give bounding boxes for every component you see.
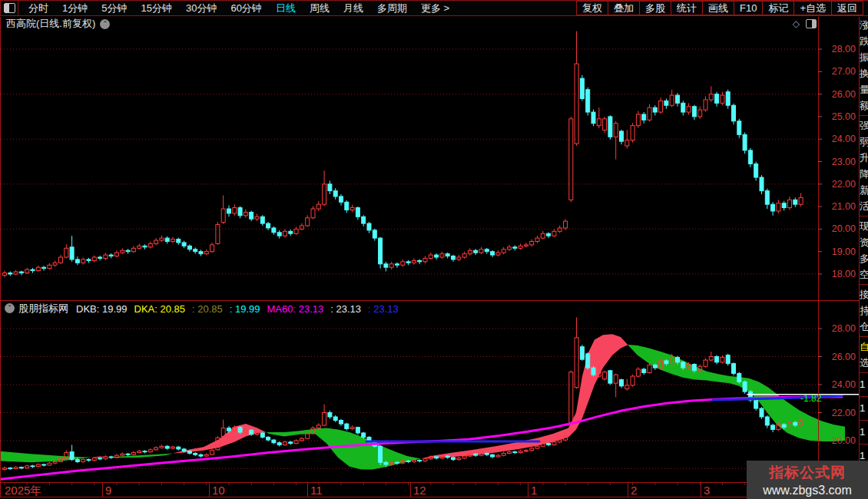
sidebar-page-number[interactable]: 1 [860, 398, 868, 418]
main-axis-label: 20.00 [820, 223, 856, 234]
watermark-url: www.zbgs3.com [763, 484, 852, 497]
right-sidebar-clipped[interactable]: 涨跌振换量额强弱升降新活现资多空接持仓自选111111 [860, 17, 868, 499]
toolbar-button-7[interactable]: +自选 [793, 1, 832, 15]
indicator-value-3: : 19.99 [230, 303, 260, 315]
main-axis-label: 25.00 [820, 111, 856, 122]
page-layout-cell[interactable] [0, 1, 18, 15]
layout-icon [4, 3, 15, 13]
sidebar-item[interactable]: 降 [860, 166, 868, 182]
period-tab-5[interactable]: 60分钟 [224, 2, 268, 15]
period-tab-10[interactable]: 更多 > [414, 2, 456, 15]
sidebar-item[interactable]: 跌 [860, 33, 868, 49]
sidebar-divider [860, 444, 868, 444]
sidebar-item[interactable]: 选 [860, 355, 868, 371]
date-axis-label: 10 [212, 484, 225, 497]
sidebar-item[interactable]: 振 [860, 49, 868, 65]
pane-axis-label: 28.00 [820, 323, 856, 334]
period-tab-1[interactable]: 1分钟 [55, 2, 94, 15]
period-tab-0[interactable]: 分时 [22, 2, 55, 15]
topbar: 分时1分钟5分钟15分钟30分钟60分钟日线周线月线多周期更多 > 复权叠加多股… [0, 0, 868, 16]
sidebar-item[interactable]: 活 [860, 198, 868, 214]
indicator-name: 股朋指标网 [18, 302, 68, 316]
indicator-value-0: DKB: 19.99 [76, 303, 128, 315]
toolbar-button-3[interactable]: 统计 [671, 1, 703, 15]
main-axis-label: 18.00 [820, 269, 856, 279]
sidebar-divider [860, 420, 868, 421]
indicator-values: DKB: 19.99DKA: 20.85: 20.85: 19.99MA60: … [76, 302, 406, 316]
watermark-title: 指标公式网 [769, 463, 846, 483]
main-axis-label: 19.00 [820, 246, 856, 257]
toolbar-button-2[interactable]: 多股 [639, 1, 671, 15]
indicator-value-5: : 23.13 [330, 303, 361, 315]
period-tab-7[interactable]: 周线 [303, 2, 336, 15]
sidebar-divider [860, 216, 868, 216]
main-axis-label: 22.00 [820, 179, 856, 190]
chevron-down-icon[interactable]: ˇ [5, 303, 15, 313]
title-row: 西高院(日线.前复权) ˇ ◇ [0, 17, 859, 31]
main-axis-label: 27.00 [820, 66, 856, 77]
split-panel-icon[interactable] [806, 19, 817, 28]
main-axis-label: 23.00 [820, 157, 856, 167]
sidebar-divider [860, 284, 868, 285]
sidebar-item[interactable]: 接 [860, 286, 868, 302]
toolbar-button-0[interactable]: 复权 [576, 1, 608, 15]
pane-axis-label: 20.00 [820, 435, 856, 446]
period-tab-4[interactable]: 30分钟 [179, 2, 224, 15]
toolbar-button-1[interactable]: 叠加 [608, 1, 640, 15]
date-axis-label: 11 [310, 484, 323, 497]
period-tab-3[interactable]: 15分钟 [134, 2, 178, 15]
sidebar-item[interactable]: 量 [860, 81, 868, 97]
trading-terminal: 分时1分钟5分钟15分钟30分钟60分钟日线周线月线多周期更多 > 复权叠加多股… [0, 0, 868, 499]
main-axis-label: 28.00 [820, 44, 856, 55]
sidebar-divider [860, 336, 868, 337]
main-axis-label: 26.00 [820, 89, 856, 100]
chart-title: 西高院(日线.前复权) [6, 17, 95, 31]
date-axis-label: 1 [531, 484, 537, 497]
sidebar-item[interactable]: 空 [860, 266, 868, 283]
toolbar-buttons: 复权叠加多股统计画线F10标记+自选返回 [577, 1, 868, 15]
pane-axis-label: 26.00 [820, 352, 856, 362]
date-axis-label: 2 [631, 484, 637, 497]
chevron-down-icon[interactable]: ˇ [100, 19, 110, 29]
date-axis-label: 2025年 [5, 484, 41, 498]
period-tab-2[interactable]: 5分钟 [94, 2, 134, 15]
date-axis-label: 9 [105, 484, 111, 497]
sidebar-page-number[interactable]: 1 [860, 375, 868, 395]
sidebar-divider [860, 115, 868, 116]
date-axis-label: 3 [704, 484, 710, 497]
main-axis-label: 21.00 [820, 201, 856, 212]
sidebar-item[interactable]: 涨 [860, 17, 868, 33]
sidebar-item[interactable]: 仓 [860, 319, 868, 335]
watermark: 指标公式网 www.zbgs3.com [747, 461, 868, 499]
sidebar-item[interactable]: 资 [860, 234, 868, 250]
pane-axis-label: 24.00 [820, 379, 856, 390]
sidebar-item[interactable]: 强 [860, 117, 868, 134]
indicator-value-2: : 20.85 [192, 303, 223, 315]
indicator-header: ˇ 股朋指标网 DKB: 19.99DKA: 20.85: 20.85: 19.… [0, 302, 814, 315]
sidebar-item[interactable]: 额 [860, 97, 868, 114]
period-tab-8[interactable]: 月线 [336, 2, 370, 15]
sidebar-item[interactable]: 持 [860, 302, 868, 319]
sidebar-item[interactable]: 自 [860, 339, 868, 355]
indicator-value-label: -1.82 [800, 393, 821, 404]
period-tab-6[interactable]: 日线 [269, 2, 303, 15]
sidebar-item[interactable]: 现 [860, 218, 868, 234]
toolbar-button-8[interactable]: 返回 [831, 1, 863, 15]
sidebar-item[interactable]: 弱 [860, 134, 868, 150]
toolbar-button-6[interactable]: 标记 [762, 1, 794, 15]
toolbar-button-5[interactable]: F10 [734, 1, 763, 15]
sidebar-item[interactable]: 新 [860, 182, 868, 198]
pane-axis-label: 22.00 [820, 408, 856, 418]
toolbar-button-4[interactable]: 画线 [702, 1, 734, 15]
period-tab-9[interactable]: 多周期 [370, 2, 414, 15]
chart-canvas[interactable] [0, 0, 868, 499]
sidebar-item[interactable]: 升 [860, 150, 868, 166]
indicator-value-4: MA60: 23.13 [267, 303, 324, 315]
indicator-value-1: DKA: 20.85 [134, 303, 186, 315]
indicator-value-6: : 23.13 [368, 303, 399, 315]
sidebar-page-number[interactable]: 1 [860, 422, 868, 442]
period-tabs: 分时1分钟5分钟15分钟30分钟60分钟日线周线月线多周期更多 > [18, 1, 456, 15]
diamond-icon[interactable]: ◇ [793, 18, 800, 29]
sidebar-item[interactable]: 多 [860, 250, 868, 266]
sidebar-item[interactable]: 换 [860, 65, 868, 81]
